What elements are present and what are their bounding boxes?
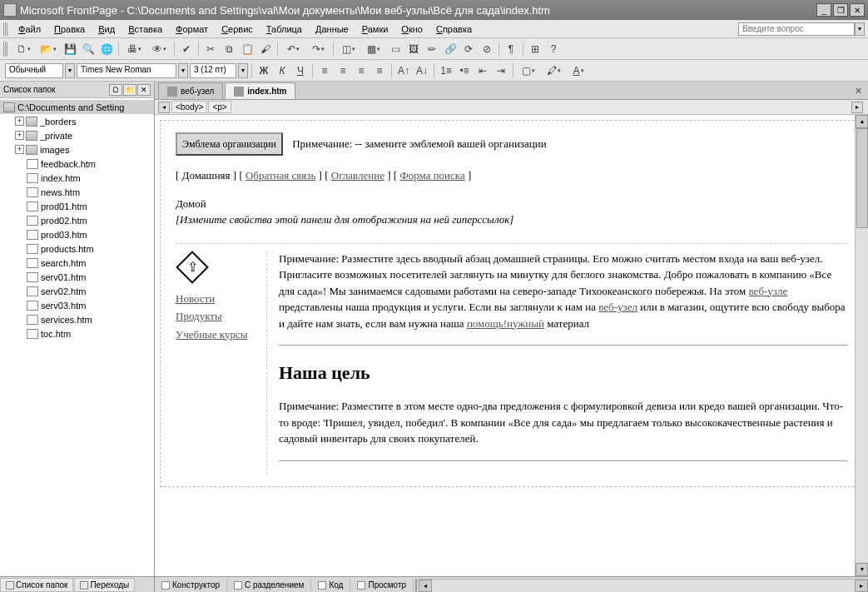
size-dropdown[interactable]: ▾ <box>238 63 248 78</box>
tree-file[interactable]: prod02.htm <box>0 213 154 227</box>
style-dropdown[interactable]: ▾ <box>65 63 75 78</box>
web-component-button[interactable]: ◫▾ <box>337 41 360 57</box>
menu-file[interactable]: Файл <box>12 22 47 36</box>
print-button[interactable]: 🖶▾ <box>122 41 146 57</box>
tree-folder[interactable]: +images <box>0 142 154 157</box>
link-website-1[interactable]: веб-узле <box>749 285 788 297</box>
increase-font-button[interactable]: A↑ <box>395 62 412 79</box>
new-page-icon[interactable]: 🗋 <box>109 84 122 96</box>
expand-icon[interactable]: + <box>15 131 24 140</box>
spellcheck-button[interactable]: ✔ <box>178 41 195 57</box>
preview-button[interactable]: 👁▾ <box>147 41 171 57</box>
tree-file[interactable]: prod01.htm <box>0 199 154 213</box>
menu-tools[interactable]: Сервис <box>215 22 260 36</box>
side-link-news[interactable]: Новости <box>176 291 260 307</box>
tree-file[interactable]: serv01.htm <box>0 270 154 284</box>
format-painter-button[interactable]: 🖌 <box>257 41 274 57</box>
hyperlink-button[interactable]: 🔗 <box>442 41 459 57</box>
view-split[interactable]: С разделением <box>227 579 311 591</box>
view-code[interactable]: Код <box>311 579 350 591</box>
show-all-button[interactable]: ¶ <box>503 41 519 57</box>
help-button[interactable]: ? <box>545 41 562 57</box>
menu-format[interactable]: Формат <box>169 22 215 36</box>
tree-file[interactable]: products.htm <box>0 241 154 256</box>
tab-close-icon[interactable]: ✕ <box>851 86 865 99</box>
drawing-button[interactable]: ✏ <box>424 41 440 57</box>
expand-icon[interactable]: + <box>15 145 24 154</box>
menu-help[interactable]: Справка <box>429 22 479 36</box>
bold-button[interactable]: Ж <box>255 62 272 79</box>
size-combo[interactable]: 3 (12 пт) <box>190 63 236 78</box>
tree-root[interactable]: C:\Documents and Setting <box>0 100 154 114</box>
ask-question-input[interactable] <box>738 22 855 36</box>
emblem-placeholder[interactable]: Эмблема организации <box>176 132 283 156</box>
table-button[interactable]: ▦▾ <box>362 41 385 57</box>
publish-button[interactable]: 🌐 <box>98 41 115 57</box>
side-link-products[interactable]: Продукты <box>176 308 260 325</box>
minimize-button[interactable]: _ <box>816 3 831 17</box>
side-link-courses[interactable]: Учебные курсы <box>176 326 260 343</box>
italic-button[interactable]: К <box>274 62 290 79</box>
maximize-button[interactable]: ❐ <box>833 3 848 17</box>
tree-file[interactable]: search.htm <box>0 256 154 270</box>
align-justify-button[interactable]: ≡ <box>371 62 388 79</box>
menu-frames[interactable]: Рамки <box>355 22 395 36</box>
tree-file[interactable]: serv03.htm <box>0 298 154 312</box>
tree-file[interactable]: serv02.htm <box>0 284 154 298</box>
folder-tree[interactable]: C:\Documents and Setting +_borders +_pri… <box>0 98 154 576</box>
undo-button[interactable]: ↶▾ <box>281 41 305 57</box>
scroll-down-button[interactable]: ▾ <box>856 563 868 576</box>
increase-indent-button[interactable]: ⇥ <box>493 62 509 79</box>
align-left-button[interactable]: ≡ <box>316 62 333 79</box>
nav-search[interactable]: Форма поиска <box>399 169 464 182</box>
numbered-list-button[interactable]: 1≡ <box>438 62 454 79</box>
refresh-button[interactable]: ⟳ <box>460 41 477 57</box>
tab-folder-list[interactable]: Список папок <box>0 578 73 592</box>
scroll-left-button[interactable]: ◂ <box>419 580 432 592</box>
link-help[interactable]: помощь!нужный <box>467 317 544 330</box>
redo-button[interactable]: ↷▾ <box>306 41 330 57</box>
menu-table[interactable]: Таблица <box>260 22 309 36</box>
menu-window[interactable]: Окно <box>394 22 429 36</box>
tree-folder[interactable]: +_private <box>0 128 154 142</box>
scroll-thumb[interactable] <box>856 128 868 228</box>
copy-button[interactable]: ⧉ <box>221 41 237 57</box>
new-button[interactable]: 🗋▾ <box>12 41 35 57</box>
tree-file[interactable]: prod03.htm <box>0 227 154 241</box>
scroll-right-button[interactable]: ▸ <box>855 580 868 592</box>
show-layer-button[interactable]: ⊞ <box>527 41 543 57</box>
close-button[interactable]: ✕ <box>850 3 865 17</box>
layer-button[interactable]: ▭ <box>387 41 404 57</box>
paste-button[interactable]: 📋 <box>239 41 255 57</box>
tree-folder[interactable]: +_borders <box>0 114 154 128</box>
tree-file[interactable]: toc.htm <box>0 326 154 341</box>
bullet-list-button[interactable]: •≡ <box>456 62 473 79</box>
link-website-2[interactable]: веб-узел <box>598 301 637 313</box>
save-button[interactable]: 💾 <box>62 41 78 57</box>
font-dropdown[interactable]: ▾ <box>178 63 188 78</box>
nav-toc[interactable]: Оглавление <box>331 169 384 182</box>
menu-view[interactable]: Вид <box>92 22 122 36</box>
breadcrumb-next[interactable]: ▸ <box>851 102 863 113</box>
style-combo[interactable]: Обычный <box>5 63 63 78</box>
breadcrumb-body[interactable]: <body> <box>171 101 207 113</box>
stop-button[interactable]: ⊘ <box>479 41 495 57</box>
design-canvas[interactable]: Эмблема организации Примечание: -- замен… <box>155 115 868 576</box>
tree-file[interactable]: news.htm <box>0 185 154 199</box>
new-folder-icon[interactable]: 📁 <box>123 84 136 96</box>
cut-button[interactable]: ✂ <box>202 41 219 57</box>
align-right-button[interactable]: ≡ <box>353 62 370 79</box>
breadcrumb-p[interactable]: <p> <box>208 101 231 113</box>
tree-file[interactable]: feedback.htm <box>0 157 154 171</box>
align-center-button[interactable]: ≡ <box>335 62 351 79</box>
decrease-font-button[interactable]: A↓ <box>414 62 430 79</box>
folder-pane-close-icon[interactable]: ✕ <box>137 84 151 96</box>
tab-website[interactable]: веб-узел <box>158 82 223 99</box>
open-button[interactable]: 📂▾ <box>37 41 60 57</box>
ask-dropdown-button[interactable]: ▾ <box>855 22 865 36</box>
font-color-button[interactable]: A▾ <box>567 62 590 79</box>
view-preview[interactable]: Просмотр <box>350 579 414 591</box>
decrease-indent-button[interactable]: ⇤ <box>474 62 491 79</box>
view-design[interactable]: Конструктор <box>155 579 227 591</box>
underline-button[interactable]: Ч <box>292 62 309 79</box>
